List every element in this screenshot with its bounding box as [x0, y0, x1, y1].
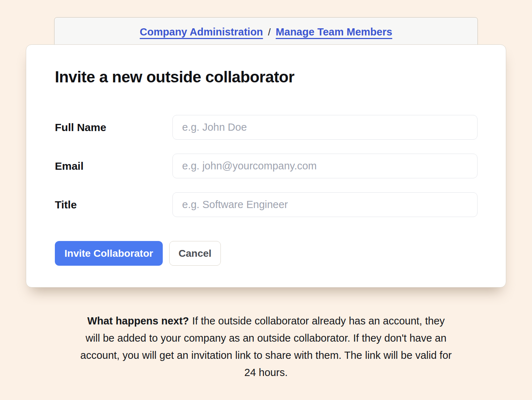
invite-collaborator-button[interactable]: Invite Collaborator: [55, 241, 163, 266]
email-input[interactable]: [172, 154, 478, 178]
breadcrumb-link-company-administration[interactable]: Company Administration: [140, 26, 263, 38]
what-happens-next-note: What happens next?If the outside collabo…: [80, 312, 452, 381]
cancel-button[interactable]: Cancel: [169, 241, 221, 266]
email-row: Email: [55, 154, 478, 178]
breadcrumb-separator: /: [268, 27, 271, 38]
invite-collaborator-card: Invite a new outside collaborator Full N…: [26, 44, 506, 288]
title-label: Title: [55, 192, 77, 217]
title-input[interactable]: [172, 192, 478, 217]
full-name-label: Full Name: [55, 115, 106, 140]
page-title: Invite a new outside collaborator: [55, 68, 294, 86]
form-actions: Invite Collaborator Cancel: [55, 241, 221, 266]
what-happens-next-lead: What happens next?: [87, 315, 189, 327]
email-label: Email: [55, 154, 84, 178]
breadcrumb-link-manage-team-members[interactable]: Manage Team Members: [276, 26, 392, 38]
full-name-row: Full Name: [55, 115, 478, 140]
title-row: Title: [55, 192, 478, 217]
full-name-input[interactable]: [172, 115, 478, 140]
